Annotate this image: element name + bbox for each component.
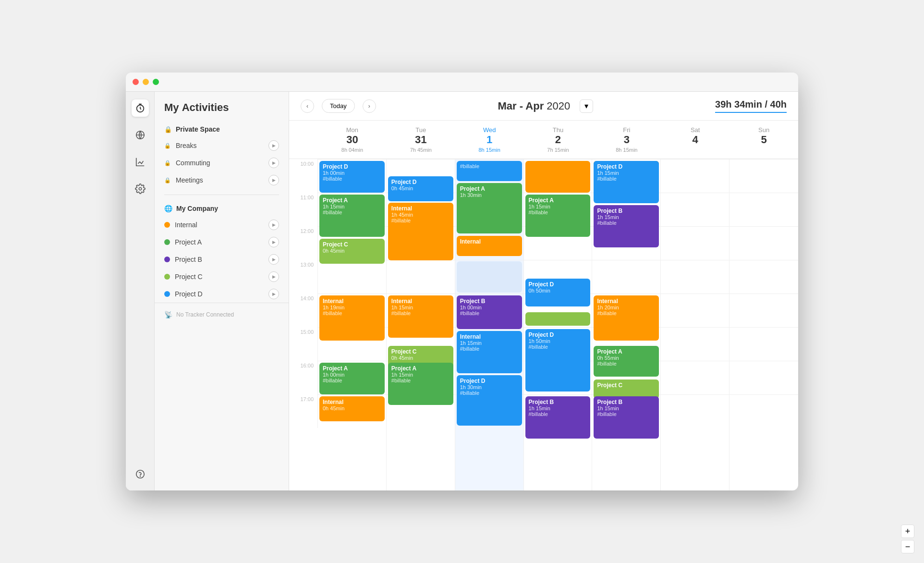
sidebar-item-breaks[interactable]: 🔒 Breaks ▶ xyxy=(155,137,289,154)
close-button[interactable] xyxy=(133,79,139,85)
maximize-button[interactable] xyxy=(153,79,159,85)
sidebar-item-project-d[interactable]: Project D ▶ xyxy=(155,285,289,303)
meetings-play-button[interactable]: ▶ xyxy=(268,175,279,185)
event-tue-internal2[interactable]: Internal 1h 15min #billable xyxy=(388,295,453,338)
company-icon: 🌐 xyxy=(164,205,172,212)
event-mon-project-a[interactable]: Project A 1h 15min #billable xyxy=(319,195,385,237)
commuting-play-button[interactable]: ▶ xyxy=(268,158,279,168)
day-col-sun xyxy=(729,159,798,490)
day-header-sat: Sat 4 xyxy=(661,121,729,159)
event-thu-project-d[interactable]: Project D 0h 50min xyxy=(525,279,591,306)
event-thu-project-a[interactable]: Project A 1h 15min #billable xyxy=(525,195,591,237)
event-thu-project-d2[interactable]: Project D 1h 50min #billable xyxy=(525,329,591,392)
svg-point-2 xyxy=(139,187,142,190)
globe-icon[interactable] xyxy=(132,126,149,144)
time-slot-14: 14:00 xyxy=(289,294,318,327)
sidebar-content: My Activities 🔒 Private Space 🔒 Breaks ▶… xyxy=(155,92,289,490)
help-icon[interactable] xyxy=(132,465,149,483)
event-thu-project-b[interactable]: Project B 1h 15min #billable xyxy=(525,396,591,439)
event-fri-project-c[interactable]: Project C xyxy=(594,379,659,399)
event-thu-lime[interactable] xyxy=(525,312,591,326)
internal-play-button[interactable]: ▶ xyxy=(268,220,279,230)
date-range: Mar - Apr 2020 xyxy=(498,100,570,112)
event-fri-internal[interactable]: Internal 1h 20min #billable xyxy=(594,295,659,341)
lock-icon-commuting: 🔒 xyxy=(164,160,171,166)
chart-icon[interactable] xyxy=(132,153,149,171)
event-wed-billable[interactable]: #billable xyxy=(457,161,522,181)
time-slot-12: 12:00 xyxy=(289,226,318,260)
private-space-header: 🔒 Private Space xyxy=(155,122,289,137)
event-wed-internal2[interactable]: Internal 1h 15min #billable xyxy=(457,331,522,373)
private-space-label: Private Space xyxy=(176,125,220,133)
activities-label: Activities xyxy=(182,101,229,113)
sidebar-divider xyxy=(164,195,279,195)
internal-color-dot xyxy=(164,222,170,228)
event-mon-project-c[interactable]: Project C 0h 45min xyxy=(319,239,385,264)
sidebar-item-internal[interactable]: Internal ▶ xyxy=(155,216,289,233)
day-header-fri: Fri 3 8h 15min xyxy=(592,121,661,159)
event-tue-project-d[interactable]: Project D 0h 45min xyxy=(388,176,453,201)
no-tracker-label: No Tracker Connected xyxy=(176,311,234,318)
day-col-thu: Project A 1h 15min #billable Project D 0… xyxy=(524,159,593,490)
calendar-body: 10:00 11:00 12:00 13:00 14:00 15:00 16:0… xyxy=(289,159,798,490)
event-wed-project-a[interactable]: Project A 1h 30min xyxy=(457,183,522,233)
meetings-label: Meetings xyxy=(176,176,264,184)
sidebar-item-project-c[interactable]: Project C ▶ xyxy=(155,268,289,285)
sidebar-item-meetings[interactable]: 🔒 Meetings ▶ xyxy=(155,171,289,189)
my-label: My xyxy=(164,101,179,113)
year-label: 2020 xyxy=(547,100,570,112)
time-slot-11: 11:00 xyxy=(289,193,318,226)
svg-point-4 xyxy=(140,476,140,477)
event-wed-project-d[interactable]: Project D 1h 30min #billable xyxy=(457,375,522,426)
event-fri-project-a[interactable]: Project A 0h 55min #billable xyxy=(594,346,659,377)
breaks-play-button[interactable]: ▶ xyxy=(268,140,279,151)
next-button[interactable]: › xyxy=(363,99,376,113)
event-wed-internal[interactable]: Internal xyxy=(457,236,522,256)
project-c-play-button[interactable]: ▶ xyxy=(268,271,279,282)
sidebar-item-project-a[interactable]: Project A ▶ xyxy=(155,233,289,251)
time-slot-15: 15:00 xyxy=(289,327,318,361)
sidebar-item-project-b[interactable]: Project B ▶ xyxy=(155,251,289,268)
project-c-label: Project C xyxy=(175,273,264,281)
event-fri-project-b2[interactable]: Project B 1h 15min #billable xyxy=(594,396,659,439)
event-tue-internal[interactable]: Internal 1h 45min #billable xyxy=(388,203,453,260)
project-d-label: Project D xyxy=(175,290,264,298)
sidebar-item-commuting[interactable]: 🔒 Commuting ▶ xyxy=(155,154,289,171)
titlebar xyxy=(126,73,798,92)
date-dropdown-button[interactable]: ▾ xyxy=(580,99,593,113)
event-mon-internal2[interactable]: Internal 0h 45min xyxy=(319,396,385,421)
event-thu-orange[interactable] xyxy=(525,161,591,193)
time-slot-10: 10:00 xyxy=(289,159,318,193)
day-header-thu: Thu 2 7h 15min xyxy=(524,121,593,159)
event-fri-project-d[interactable]: Project D 1h 15min #billable xyxy=(594,161,659,203)
time-total: 39h 34min / 40h xyxy=(715,99,787,113)
settings-icon[interactable] xyxy=(132,180,149,197)
event-mon-project-a2[interactable]: Project A 1h 00min #billable xyxy=(319,363,385,394)
event-fri-project-b[interactable]: Project B 1h 15min #billable xyxy=(594,205,659,247)
lock-icon-meetings: 🔒 xyxy=(164,177,171,184)
lock-icon-breaks: 🔒 xyxy=(164,143,171,149)
today-button[interactable]: Today xyxy=(322,99,355,113)
project-b-color-dot xyxy=(164,257,170,262)
time-header-cell xyxy=(289,121,318,159)
event-tue-project-a[interactable]: Project A 1h 15min #billable xyxy=(388,363,453,405)
day-col-fri: Project D 1h 15min #billable Project B 1… xyxy=(592,159,661,490)
event-wed-project-b[interactable]: Project B 1h 00min #billable xyxy=(457,295,522,329)
sidebar-title: My Activities xyxy=(155,101,289,122)
minimize-button[interactable] xyxy=(143,79,149,85)
project-a-play-button[interactable]: ▶ xyxy=(268,237,279,247)
calendar-header: Mon 30 8h 04min Tue 31 7h 45min Wed 1 xyxy=(289,121,798,159)
project-b-play-button[interactable]: ▶ xyxy=(268,254,279,265)
event-mon-project-d[interactable]: Project D 1h 00min #billable xyxy=(319,161,385,193)
event-mon-internal[interactable]: Internal 1h 19min #billable xyxy=(319,295,385,341)
sidebar-footer: 📡 No Tracker Connected xyxy=(155,303,289,326)
month-label: Mar - Apr xyxy=(498,100,544,112)
project-c-color-dot xyxy=(164,274,170,280)
day-header-sun: Sun 5 xyxy=(729,121,798,159)
project-d-play-button[interactable]: ▶ xyxy=(268,289,279,299)
app-body: My Activities 🔒 Private Space 🔒 Breaks ▶… xyxy=(126,92,798,490)
time-slot-16: 16:00 xyxy=(289,361,318,394)
prev-button[interactable]: ‹ xyxy=(301,99,314,113)
timer-icon[interactable] xyxy=(132,99,149,117)
day-col-tue: Project D 0h 45min Internal 1h 45min #bi… xyxy=(387,159,455,490)
